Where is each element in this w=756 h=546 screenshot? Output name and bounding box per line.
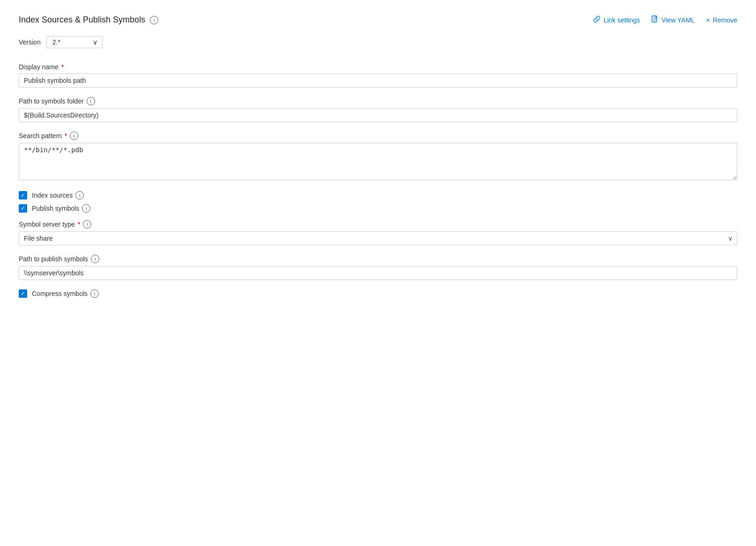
path-symbols-folder-input[interactable] <box>19 108 737 122</box>
display-name-input[interactable] <box>19 74 737 88</box>
index-sources-check-icon: ✓ <box>21 192 25 198</box>
page-header: Index Sources & Publish Symbols i Link s… <box>19 15 737 25</box>
header-info-icon[interactable]: i <box>150 16 158 24</box>
symbol-server-type-group: Symbol server type * i File share Azure … <box>19 220 737 245</box>
compress-symbols-checkbox[interactable]: ✓ <box>19 289 27 298</box>
link-settings-button[interactable]: Link settings <box>593 15 640 25</box>
search-pattern-label: Search pattern <box>19 132 62 140</box>
remove-label: Remove <box>713 16 737 24</box>
compress-symbols-label: Compress symbols <box>32 290 88 297</box>
publish-symbols-row: ✓ Publish symbols i <box>19 204 737 213</box>
version-chevron-icon: ∨ <box>93 38 97 46</box>
path-publish-symbols-input[interactable] <box>19 266 737 280</box>
publish-symbols-label-row: Publish symbols i <box>32 204 90 213</box>
publish-symbols-checkbox[interactable]: ✓ <box>19 204 27 213</box>
compress-symbols-row: ✓ Compress symbols i <box>19 289 737 298</box>
search-pattern-required: * <box>65 132 67 140</box>
search-pattern-label-row: Search pattern * i <box>19 132 737 140</box>
header-left: Index Sources & Publish Symbols i <box>19 15 158 25</box>
symbol-server-type-label-row: Symbol server type * i <box>19 220 737 229</box>
remove-icon: × <box>706 16 710 24</box>
display-name-group: Display name * <box>19 63 737 88</box>
link-settings-icon <box>593 15 600 25</box>
version-label: Version <box>19 38 41 46</box>
index-sources-info-icon[interactable]: i <box>75 191 84 199</box>
path-symbols-folder-group: Path to symbols folder i <box>19 97 737 122</box>
version-row: Version 2.* ∨ <box>19 36 737 48</box>
page-title: Index Sources & Publish Symbols <box>19 15 145 25</box>
index-sources-checkbox[interactable]: ✓ <box>19 191 27 199</box>
path-symbols-folder-info-icon[interactable]: i <box>87 97 95 105</box>
view-yaml-button[interactable]: View YAML <box>651 15 695 25</box>
path-publish-symbols-label: Path to publish symbols <box>19 255 88 263</box>
search-pattern-group: Search pattern * i **/bin/**/*.pdb <box>19 132 737 182</box>
symbol-server-type-label: Symbol server type <box>19 221 75 228</box>
version-value: 2.* <box>52 38 60 46</box>
path-symbols-folder-label: Path to symbols folder <box>19 97 84 105</box>
index-sources-label-row: Index sources i <box>32 191 84 199</box>
compress-symbols-label-row: Compress symbols i <box>32 289 99 298</box>
index-sources-label: Index sources <box>32 192 73 199</box>
display-name-label: Display name <box>19 63 59 71</box>
compress-symbols-check-icon: ✓ <box>21 291 25 296</box>
index-sources-row: ✓ Index sources i <box>19 191 737 199</box>
path-publish-symbols-label-row: Path to publish symbols i <box>19 255 737 263</box>
path-publish-symbols-group: Path to publish symbols i <box>19 255 737 280</box>
symbol-server-type-required: * <box>78 221 80 228</box>
remove-button[interactable]: × Remove <box>706 16 737 24</box>
symbol-server-type-info-icon[interactable]: i <box>83 220 91 229</box>
path-publish-symbols-info-icon[interactable]: i <box>91 255 99 263</box>
path-symbols-folder-label-row: Path to symbols folder i <box>19 97 737 105</box>
view-yaml-icon <box>651 15 659 25</box>
search-pattern-info-icon[interactable]: i <box>70 132 78 140</box>
publish-symbols-check-icon: ✓ <box>21 206 25 211</box>
search-pattern-textarea[interactable]: **/bin/**/*.pdb <box>19 143 737 180</box>
compress-symbols-info-icon[interactable]: i <box>90 289 99 298</box>
version-select[interactable]: 2.* ∨ <box>46 36 103 48</box>
display-name-required: * <box>61 63 64 71</box>
display-name-label-row: Display name * <box>19 63 737 71</box>
symbol-server-type-select-wrapper: File share Azure Artifacts ∨ <box>19 231 737 245</box>
link-settings-label: Link settings <box>603 16 640 24</box>
symbol-server-type-select[interactable]: File share Azure Artifacts <box>19 231 737 245</box>
header-actions: Link settings View YAML × Remove <box>593 15 737 25</box>
view-yaml-label: View YAML <box>661 16 695 24</box>
publish-symbols-info-icon[interactable]: i <box>82 204 90 213</box>
publish-symbols-label: Publish symbols <box>32 205 79 212</box>
